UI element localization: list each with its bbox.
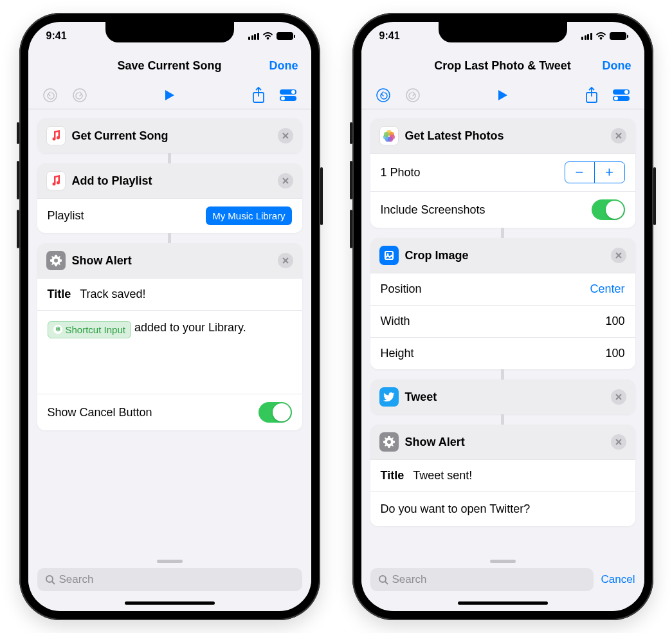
alert-title-label: Title xyxy=(48,288,71,301)
alert-title-field[interactable]: Track saved! xyxy=(80,288,145,301)
height-value[interactable]: 100 xyxy=(605,347,624,360)
toolbar xyxy=(361,81,644,109)
done-button[interactable]: Done xyxy=(603,59,631,73)
action-title: Add to Playlist xyxy=(72,174,271,188)
settings-toggle-button[interactable] xyxy=(279,89,297,102)
search-input[interactable]: Search xyxy=(370,568,594,591)
settings-toggle-button[interactable] xyxy=(612,89,630,102)
svg-point-7 xyxy=(46,576,53,582)
share-button[interactable] xyxy=(252,87,265,104)
undo-button[interactable] xyxy=(376,87,391,103)
svg-point-4 xyxy=(291,90,295,94)
notch xyxy=(105,22,234,42)
width-value[interactable]: 100 xyxy=(605,315,624,328)
photo-count-stepper[interactable]: − + xyxy=(565,161,625,183)
action-title: Show Alert xyxy=(72,254,271,268)
actions-canvas: Get Current Song Add to Playlist xyxy=(28,109,311,556)
done-button[interactable]: Done xyxy=(269,59,298,73)
wifi-icon xyxy=(595,32,606,40)
cancel-button[interactable]: Cancel xyxy=(601,573,635,586)
action-title: Get Current Song xyxy=(72,129,271,143)
action-tweet[interactable]: Tweet xyxy=(370,380,635,414)
twitter-icon xyxy=(379,387,399,407)
bottom-sheet: Search Cancel xyxy=(361,556,644,611)
actions-canvas: Get Latest Photos 1 Photo − + Include Sc… xyxy=(361,109,644,556)
page-title: Crop Last Photo & Tweet xyxy=(434,59,571,73)
svg-point-14 xyxy=(614,96,618,100)
height-label: Height xyxy=(381,347,414,360)
home-indicator[interactable] xyxy=(125,601,215,605)
crop-icon xyxy=(379,246,399,265)
alert-title-label: Title xyxy=(381,469,404,482)
svg-point-6 xyxy=(281,96,285,100)
stepper-minus[interactable]: − xyxy=(565,162,595,183)
action-show-alert[interactable]: Show Alert Title Track saved! ✻ Shortcut… xyxy=(37,243,302,430)
action-title: Get Latest Photos xyxy=(405,129,604,143)
phone-right: 9:41 Crop Last Photo & Tweet Done xyxy=(352,13,653,620)
stepper-plus[interactable]: + xyxy=(595,162,624,183)
phone-left: 9:41 Save Current Song Done xyxy=(19,13,320,620)
alert-body-field[interactable]: Do you want to open Twitter? xyxy=(370,491,635,526)
notch xyxy=(439,22,567,42)
delete-action-button[interactable] xyxy=(611,434,626,450)
include-screenshots-toggle[interactable] xyxy=(592,199,625,220)
action-get-current-song[interactable]: Get Current Song xyxy=(37,118,302,153)
alert-body-field[interactable]: ✻ Shortcut Input added to your Library. xyxy=(37,310,302,394)
photo-count-label: 1 Photo xyxy=(381,166,421,179)
bottom-sheet: Search xyxy=(28,556,311,611)
action-show-alert[interactable]: Show Alert Title Tweet sent! Do you want… xyxy=(370,425,635,526)
delete-action-button[interactable] xyxy=(278,128,293,143)
playlist-label: Playlist xyxy=(48,209,84,223)
action-title: Show Alert xyxy=(405,436,604,449)
action-add-to-playlist[interactable]: Add to Playlist Playlist My Music Librar… xyxy=(37,163,302,233)
gear-icon xyxy=(46,251,66,270)
status-time: 9:41 xyxy=(46,30,67,42)
undo-button[interactable] xyxy=(42,87,58,103)
delete-action-button[interactable] xyxy=(278,253,293,268)
play-button[interactable] xyxy=(497,89,509,102)
music-icon xyxy=(46,171,66,190)
delete-action-button[interactable] xyxy=(611,248,626,263)
playlist-value-button[interactable]: My Music Library xyxy=(206,206,291,225)
battery-icon xyxy=(610,32,626,40)
position-value[interactable]: Center xyxy=(590,282,624,296)
shortcut-input-token[interactable]: ✻ Shortcut Input xyxy=(48,321,131,338)
action-get-latest-photos[interactable]: Get Latest Photos 1 Photo − + Include Sc… xyxy=(370,118,635,228)
share-button[interactable] xyxy=(585,87,598,104)
alert-title-field[interactable]: Tweet sent! xyxy=(413,469,472,482)
svg-point-21 xyxy=(384,132,389,137)
position-label: Position xyxy=(381,282,422,296)
delete-action-button[interactable] xyxy=(611,128,626,143)
home-indicator[interactable] xyxy=(458,601,548,605)
delete-action-button[interactable] xyxy=(611,389,626,405)
delete-action-button[interactable] xyxy=(278,173,293,188)
signal-icon xyxy=(248,33,259,40)
play-button[interactable] xyxy=(164,89,176,102)
svg-point-12 xyxy=(624,90,628,94)
search-input[interactable]: Search xyxy=(37,568,302,591)
width-label: Width xyxy=(381,315,410,328)
toolbar xyxy=(28,81,311,109)
music-icon xyxy=(46,126,66,145)
svg-point-24 xyxy=(379,576,386,582)
search-icon xyxy=(378,574,388,585)
show-cancel-toggle[interactable] xyxy=(259,402,292,423)
photos-icon xyxy=(379,126,399,145)
gear-icon xyxy=(379,432,399,452)
nav-header: Crop Last Photo & Tweet Done xyxy=(361,50,644,81)
battery-icon xyxy=(277,32,293,40)
include-screenshots-label: Include Screenshots xyxy=(381,203,486,217)
show-cancel-label: Show Cancel Button xyxy=(48,406,152,419)
search-icon xyxy=(45,574,55,585)
redo-button[interactable] xyxy=(405,87,421,103)
action-title: Tweet xyxy=(405,390,604,404)
wifi-icon xyxy=(262,32,273,40)
signal-icon xyxy=(581,33,592,40)
action-title: Crop Image xyxy=(405,249,604,262)
redo-button[interactable] xyxy=(72,87,87,103)
page-title: Save Current Song xyxy=(117,59,221,73)
action-crop-image[interactable]: Crop Image Position Center Width 100 Hei… xyxy=(370,238,635,369)
status-time: 9:41 xyxy=(379,30,400,42)
nav-header: Save Current Song Done xyxy=(28,50,311,81)
